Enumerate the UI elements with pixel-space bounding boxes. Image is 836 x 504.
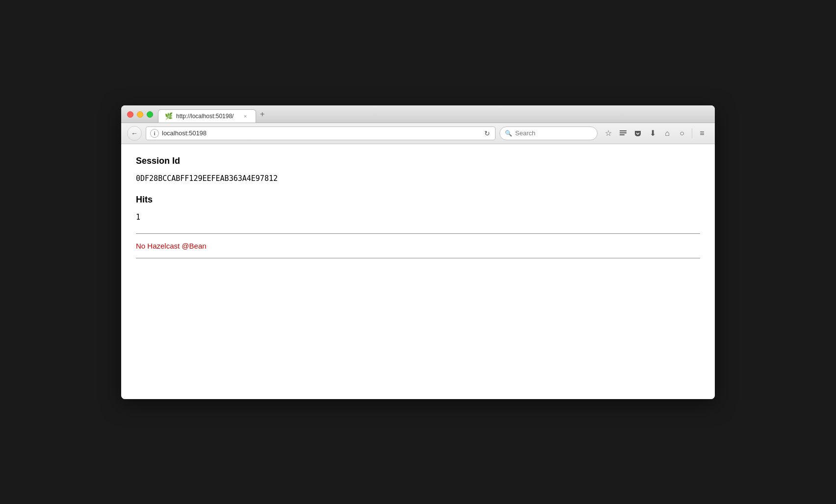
tab-close-button[interactable]: × bbox=[242, 113, 249, 120]
search-input[interactable] bbox=[515, 129, 592, 137]
svg-rect-1 bbox=[620, 132, 627, 133]
browser-window: 🌿 http://localhost:50198/ × + ← i ↻ 🔍 ☆ … bbox=[121, 105, 715, 399]
tab-title: http://localhost:50198/ bbox=[176, 113, 238, 120]
divider-top bbox=[136, 233, 700, 234]
download-button[interactable]: ⬇ bbox=[646, 126, 659, 140]
error-message: No Hazelcast @Bean bbox=[136, 242, 700, 250]
search-bar[interactable]: 🔍 bbox=[499, 126, 598, 140]
page-content: Session Id 0DF28BCCABFF129EEFEAB363A4E97… bbox=[121, 144, 715, 399]
svg-rect-2 bbox=[620, 134, 625, 135]
tab-favicon-icon: 🌿 bbox=[165, 113, 172, 120]
pocket-button[interactable] bbox=[631, 126, 645, 140]
address-input[interactable] bbox=[162, 129, 480, 137]
svg-rect-0 bbox=[620, 130, 627, 131]
title-bar: 🌿 http://localhost:50198/ × + bbox=[121, 105, 715, 123]
close-window-button[interactable] bbox=[127, 111, 133, 118]
minimize-window-button[interactable] bbox=[137, 111, 143, 118]
hits-heading: Hits bbox=[136, 195, 700, 205]
new-tab-button[interactable]: + bbox=[256, 110, 268, 119]
toolbar: ← i ↻ 🔍 ☆ ⬇ ⌂ ○ ≡ bbox=[121, 123, 715, 144]
search-icon: 🔍 bbox=[505, 130, 512, 137]
reading-list-button[interactable] bbox=[616, 126, 630, 140]
back-button[interactable]: ← bbox=[127, 126, 142, 141]
home-button[interactable]: ⌂ bbox=[660, 126, 674, 140]
reload-button[interactable]: ↻ bbox=[483, 128, 491, 138]
divider-bottom bbox=[136, 258, 700, 258]
window-controls bbox=[127, 111, 153, 118]
session-id-heading: Session Id bbox=[136, 156, 700, 166]
chat-button[interactable]: ○ bbox=[675, 126, 689, 140]
active-tab[interactable]: 🌿 http://localhost:50198/ × bbox=[158, 109, 256, 123]
session-id-value: 0DF28BCCABFF129EEFEAB363A4E97812 bbox=[136, 174, 700, 183]
bookmark-button[interactable]: ☆ bbox=[601, 126, 615, 140]
menu-button[interactable]: ≡ bbox=[695, 126, 709, 140]
address-bar[interactable]: i ↻ bbox=[146, 126, 496, 140]
toolbar-divider bbox=[692, 128, 692, 138]
hits-value: 1 bbox=[136, 213, 700, 222]
info-button[interactable]: i bbox=[150, 129, 159, 138]
maximize-window-button[interactable] bbox=[147, 111, 153, 118]
toolbar-icons: ☆ ⬇ ⌂ ○ ≡ bbox=[601, 126, 709, 140]
